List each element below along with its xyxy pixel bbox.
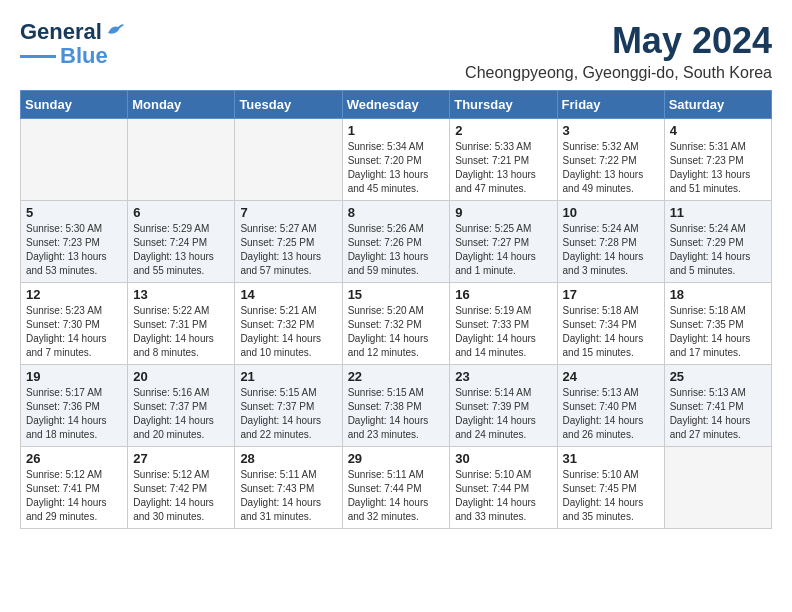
- calendar-day-cell: 3Sunrise: 5:32 AM Sunset: 7:22 PM Daylig…: [557, 119, 664, 201]
- day-number: 18: [670, 287, 766, 302]
- calendar-day-cell: [128, 119, 235, 201]
- day-info: Sunrise: 5:11 AM Sunset: 7:44 PM Dayligh…: [348, 468, 445, 524]
- day-number: 20: [133, 369, 229, 384]
- calendar-day-cell: 21Sunrise: 5:15 AM Sunset: 7:37 PM Dayli…: [235, 365, 342, 447]
- day-info: Sunrise: 5:20 AM Sunset: 7:32 PM Dayligh…: [348, 304, 445, 360]
- day-info: Sunrise: 5:26 AM Sunset: 7:26 PM Dayligh…: [348, 222, 445, 278]
- location-title: Cheongpyeong, Gyeonggi-do, South Korea: [465, 64, 772, 82]
- calendar-day-cell: 27Sunrise: 5:12 AM Sunset: 7:42 PM Dayli…: [128, 447, 235, 529]
- title-section: May 2024 Cheongpyeong, Gyeonggi-do, Sout…: [465, 20, 772, 82]
- day-info: Sunrise: 5:10 AM Sunset: 7:44 PM Dayligh…: [455, 468, 551, 524]
- weekday-header-wednesday: Wednesday: [342, 91, 450, 119]
- calendar-day-cell: [21, 119, 128, 201]
- weekday-header-saturday: Saturday: [664, 91, 771, 119]
- day-number: 21: [240, 369, 336, 384]
- day-number: 1: [348, 123, 445, 138]
- calendar-day-cell: 12Sunrise: 5:23 AM Sunset: 7:30 PM Dayli…: [21, 283, 128, 365]
- day-info: Sunrise: 5:17 AM Sunset: 7:36 PM Dayligh…: [26, 386, 122, 442]
- day-info: Sunrise: 5:27 AM Sunset: 7:25 PM Dayligh…: [240, 222, 336, 278]
- calendar-day-cell: 7Sunrise: 5:27 AM Sunset: 7:25 PM Daylig…: [235, 201, 342, 283]
- day-info: Sunrise: 5:12 AM Sunset: 7:42 PM Dayligh…: [133, 468, 229, 524]
- calendar-week-row: 5Sunrise: 5:30 AM Sunset: 7:23 PM Daylig…: [21, 201, 772, 283]
- calendar-day-cell: 25Sunrise: 5:13 AM Sunset: 7:41 PM Dayli…: [664, 365, 771, 447]
- calendar-day-cell: 6Sunrise: 5:29 AM Sunset: 7:24 PM Daylig…: [128, 201, 235, 283]
- calendar-week-row: 1Sunrise: 5:34 AM Sunset: 7:20 PM Daylig…: [21, 119, 772, 201]
- day-number: 29: [348, 451, 445, 466]
- day-info: Sunrise: 5:33 AM Sunset: 7:21 PM Dayligh…: [455, 140, 551, 196]
- day-number: 16: [455, 287, 551, 302]
- day-info: Sunrise: 5:15 AM Sunset: 7:38 PM Dayligh…: [348, 386, 445, 442]
- day-number: 23: [455, 369, 551, 384]
- day-info: Sunrise: 5:29 AM Sunset: 7:24 PM Dayligh…: [133, 222, 229, 278]
- day-number: 2: [455, 123, 551, 138]
- day-info: Sunrise: 5:15 AM Sunset: 7:37 PM Dayligh…: [240, 386, 336, 442]
- day-number: 15: [348, 287, 445, 302]
- calendar-day-cell: 23Sunrise: 5:14 AM Sunset: 7:39 PM Dayli…: [450, 365, 557, 447]
- day-number: 8: [348, 205, 445, 220]
- day-info: Sunrise: 5:25 AM Sunset: 7:27 PM Dayligh…: [455, 222, 551, 278]
- day-number: 14: [240, 287, 336, 302]
- day-info: Sunrise: 5:21 AM Sunset: 7:32 PM Dayligh…: [240, 304, 336, 360]
- weekday-header-thursday: Thursday: [450, 91, 557, 119]
- calendar-day-cell: 22Sunrise: 5:15 AM Sunset: 7:38 PM Dayli…: [342, 365, 450, 447]
- day-info: Sunrise: 5:22 AM Sunset: 7:31 PM Dayligh…: [133, 304, 229, 360]
- calendar-day-cell: 2Sunrise: 5:33 AM Sunset: 7:21 PM Daylig…: [450, 119, 557, 201]
- weekday-header-friday: Friday: [557, 91, 664, 119]
- day-number: 6: [133, 205, 229, 220]
- calendar-day-cell: 15Sunrise: 5:20 AM Sunset: 7:32 PM Dayli…: [342, 283, 450, 365]
- day-info: Sunrise: 5:10 AM Sunset: 7:45 PM Dayligh…: [563, 468, 659, 524]
- calendar-day-cell: 9Sunrise: 5:25 AM Sunset: 7:27 PM Daylig…: [450, 201, 557, 283]
- day-number: 12: [26, 287, 122, 302]
- day-number: 25: [670, 369, 766, 384]
- day-info: Sunrise: 5:34 AM Sunset: 7:20 PM Dayligh…: [348, 140, 445, 196]
- day-number: 27: [133, 451, 229, 466]
- day-info: Sunrise: 5:11 AM Sunset: 7:43 PM Dayligh…: [240, 468, 336, 524]
- day-number: 30: [455, 451, 551, 466]
- calendar-day-cell: 18Sunrise: 5:18 AM Sunset: 7:35 PM Dayli…: [664, 283, 771, 365]
- day-number: 3: [563, 123, 659, 138]
- day-number: 7: [240, 205, 336, 220]
- page-header: General Blue May 2024 Cheongpyeong, Gyeo…: [20, 20, 772, 82]
- calendar-day-cell: 29Sunrise: 5:11 AM Sunset: 7:44 PM Dayli…: [342, 447, 450, 529]
- calendar-day-cell: [235, 119, 342, 201]
- day-info: Sunrise: 5:30 AM Sunset: 7:23 PM Dayligh…: [26, 222, 122, 278]
- calendar-day-cell: 26Sunrise: 5:12 AM Sunset: 7:41 PM Dayli…: [21, 447, 128, 529]
- weekday-header-row: SundayMondayTuesdayWednesdayThursdayFrid…: [21, 91, 772, 119]
- calendar-day-cell: 10Sunrise: 5:24 AM Sunset: 7:28 PM Dayli…: [557, 201, 664, 283]
- calendar-day-cell: 19Sunrise: 5:17 AM Sunset: 7:36 PM Dayli…: [21, 365, 128, 447]
- calendar-day-cell: 5Sunrise: 5:30 AM Sunset: 7:23 PM Daylig…: [21, 201, 128, 283]
- calendar-week-row: 12Sunrise: 5:23 AM Sunset: 7:30 PM Dayli…: [21, 283, 772, 365]
- day-number: 26: [26, 451, 122, 466]
- day-number: 22: [348, 369, 445, 384]
- calendar-day-cell: 13Sunrise: 5:22 AM Sunset: 7:31 PM Dayli…: [128, 283, 235, 365]
- calendar-day-cell: 11Sunrise: 5:24 AM Sunset: 7:29 PM Dayli…: [664, 201, 771, 283]
- day-info: Sunrise: 5:12 AM Sunset: 7:41 PM Dayligh…: [26, 468, 122, 524]
- calendar-day-cell: 20Sunrise: 5:16 AM Sunset: 7:37 PM Dayli…: [128, 365, 235, 447]
- day-number: 5: [26, 205, 122, 220]
- calendar-day-cell: 24Sunrise: 5:13 AM Sunset: 7:40 PM Dayli…: [557, 365, 664, 447]
- day-number: 11: [670, 205, 766, 220]
- day-info: Sunrise: 5:32 AM Sunset: 7:22 PM Dayligh…: [563, 140, 659, 196]
- day-info: Sunrise: 5:31 AM Sunset: 7:23 PM Dayligh…: [670, 140, 766, 196]
- calendar-day-cell: 17Sunrise: 5:18 AM Sunset: 7:34 PM Dayli…: [557, 283, 664, 365]
- logo-text-general: General: [20, 20, 102, 44]
- day-number: 13: [133, 287, 229, 302]
- weekday-header-monday: Monday: [128, 91, 235, 119]
- day-info: Sunrise: 5:13 AM Sunset: 7:41 PM Dayligh…: [670, 386, 766, 442]
- calendar-day-cell: 30Sunrise: 5:10 AM Sunset: 7:44 PM Dayli…: [450, 447, 557, 529]
- calendar-week-row: 26Sunrise: 5:12 AM Sunset: 7:41 PM Dayli…: [21, 447, 772, 529]
- weekday-header-sunday: Sunday: [21, 91, 128, 119]
- day-number: 31: [563, 451, 659, 466]
- day-number: 24: [563, 369, 659, 384]
- day-info: Sunrise: 5:18 AM Sunset: 7:35 PM Dayligh…: [670, 304, 766, 360]
- calendar-day-cell: 28Sunrise: 5:11 AM Sunset: 7:43 PM Dayli…: [235, 447, 342, 529]
- day-number: 4: [670, 123, 766, 138]
- calendar-day-cell: 31Sunrise: 5:10 AM Sunset: 7:45 PM Dayli…: [557, 447, 664, 529]
- calendar-day-cell: 4Sunrise: 5:31 AM Sunset: 7:23 PM Daylig…: [664, 119, 771, 201]
- day-info: Sunrise: 5:24 AM Sunset: 7:28 PM Dayligh…: [563, 222, 659, 278]
- calendar-week-row: 19Sunrise: 5:17 AM Sunset: 7:36 PM Dayli…: [21, 365, 772, 447]
- weekday-header-tuesday: Tuesday: [235, 91, 342, 119]
- day-info: Sunrise: 5:14 AM Sunset: 7:39 PM Dayligh…: [455, 386, 551, 442]
- calendar-day-cell: [664, 447, 771, 529]
- day-info: Sunrise: 5:19 AM Sunset: 7:33 PM Dayligh…: [455, 304, 551, 360]
